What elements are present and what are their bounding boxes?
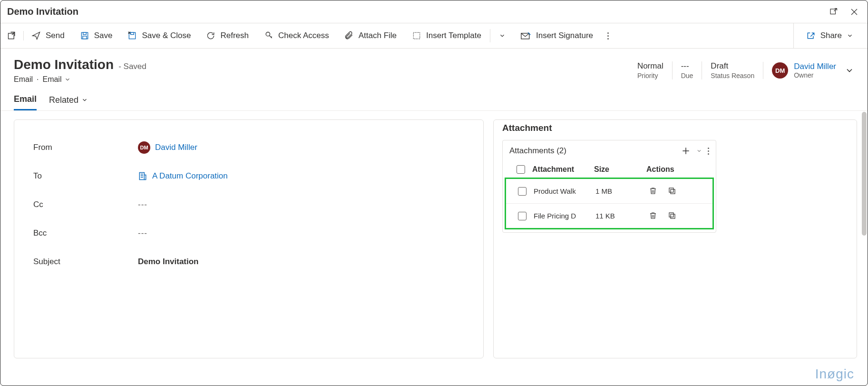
check-access-button[interactable]: Check Access [256,31,337,40]
delete-icon[interactable] [648,210,658,221]
subject-label: Subject [33,257,138,267]
svg-rect-13 [671,214,675,218]
tab-email[interactable]: Email [14,94,37,110]
attachment-row[interactable]: File Pricing D 11 KB [506,203,712,228]
col-actions: Actions [646,165,709,174]
header-expand-button[interactable] [836,66,854,75]
send-label: Send [46,31,65,40]
send-button[interactable]: Send [24,31,72,40]
select-all-checkbox[interactable] [517,165,525,174]
attachment-name[interactable]: Product Walk [534,187,595,195]
svg-rect-4 [83,36,87,39]
col-attachment[interactable]: Attachment [532,165,594,174]
copy-icon[interactable] [667,186,677,196]
email-form-card: From DM David Miller To A Datum Corporat… [14,119,484,358]
save-close-label: Save & Close [142,31,191,40]
refresh-label: Refresh [220,31,249,40]
svg-rect-0 [830,9,836,14]
meta-status-reason[interactable]: Draft Status Reason [702,61,763,79]
owner-label: Owner [794,71,836,79]
command-bar: Send Save Save & Close Refresh Check Acc… [0,23,868,49]
svg-rect-10 [139,173,144,180]
bcc-label: Bcc [33,228,138,238]
to-name[interactable]: A Datum Corporation [152,171,228,181]
from-avatar: DM [138,141,150,154]
insert-template-label: Insert Template [426,31,481,40]
record-save-status: - Saved [118,62,146,71]
save-button[interactable]: Save [72,31,120,40]
row-checkbox[interactable] [518,212,527,220]
attachment-panel: Attachment Attachments (2) Attachment Si… [493,119,857,358]
insert-signature-button[interactable]: Insert Signature [513,31,601,40]
separator [490,29,490,42]
owner-avatar: DM [772,62,788,79]
close-icon[interactable] [849,7,859,17]
svg-rect-8 [413,32,419,39]
save-label: Save [94,31,113,40]
record-title: Demo Invitation [14,57,114,72]
from-label: From [33,143,138,152]
attachments-more-button[interactable] [708,148,709,155]
insert-template-button[interactable]: Insert Template [404,31,489,40]
svg-rect-14 [669,213,673,217]
subject-field[interactable]: Demo Invitation [138,257,199,267]
more-commands-button[interactable] [601,32,615,40]
attachment-size: 11 KB [595,212,648,220]
row-checkbox[interactable] [518,187,527,196]
share-label: Share [820,31,842,40]
share-button[interactable]: Share [799,23,861,48]
svg-rect-12 [669,188,673,192]
add-attachment-dropdown[interactable] [696,148,702,154]
account-icon [138,171,147,181]
insert-signature-label: Insert Signature [536,31,593,40]
delete-icon[interactable] [648,186,658,196]
owner-name[interactable]: David Miller [794,62,836,71]
template-dropdown[interactable] [491,32,513,39]
entity-view-selector[interactable]: Email [42,75,71,84]
watermark-logo: Inøgic [815,366,854,382]
attachment-size: 1 MB [595,187,648,195]
to-label: To [33,171,138,181]
attachments-header-row: Attachment Size Actions [503,161,716,178]
window-title: Demo Invitation [7,6,78,17]
svg-rect-6 [131,32,134,34]
svg-rect-3 [83,32,86,34]
attachment-section-title: Attachment [494,120,857,140]
copy-icon[interactable] [667,210,677,221]
entity-type: Email [14,75,33,84]
attachment-row[interactable]: Product Walk 1 MB [506,179,712,203]
to-field[interactable]: A Datum Corporation [138,171,228,181]
bcc-field[interactable]: --- [138,228,147,238]
save-close-button[interactable]: Save & Close [120,31,198,40]
tab-related[interactable]: Related [49,94,88,110]
from-name[interactable]: David Miller [155,143,197,152]
attachment-name[interactable]: File Pricing D [534,212,595,220]
svg-rect-11 [671,189,675,194]
attach-file-label: Attach File [359,31,397,40]
cc-label: Cc [33,200,138,209]
add-attachment-button[interactable] [681,146,691,156]
popout-icon[interactable] [829,7,838,17]
attachments-highlighted-rows: Product Walk 1 MB File Pricing D 11 KB [505,178,714,229]
meta-owner[interactable]: DM David Miller Owner [763,62,836,79]
open-record-button[interactable] [0,31,24,40]
cc-field[interactable]: --- [138,200,147,209]
attachments-grid-title: Attachments (2) [509,146,566,156]
meta-priority[interactable]: Normal Priority [629,61,672,79]
attach-file-button[interactable]: Attach File [337,31,404,40]
meta-due[interactable]: --- Due [672,61,702,79]
refresh-button[interactable]: Refresh [198,31,256,40]
from-field[interactable]: DM David Miller [138,141,197,154]
vertical-scrollbar[interactable] [862,112,867,236]
check-access-label: Check Access [278,31,329,40]
col-size[interactable]: Size [594,165,646,174]
